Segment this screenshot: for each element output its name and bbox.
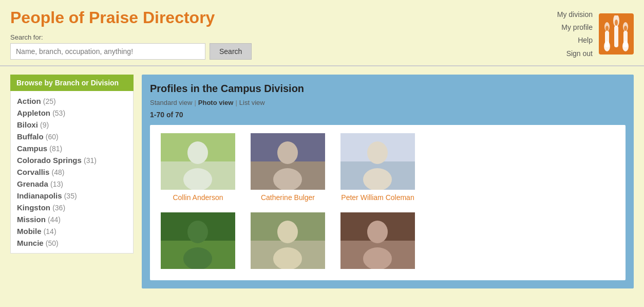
branch-count: (81) (49, 145, 62, 153)
nav-links: My division My profile Help Sign out (557, 8, 593, 60)
branch-name: Action (17, 97, 41, 105)
profile-name: Peter William Coleman (341, 193, 414, 202)
svg-point-26 (183, 247, 212, 269)
profile-photo (340, 133, 415, 190)
separator-2: | (235, 99, 237, 106)
branch-name: Appleton (17, 109, 50, 117)
profile-card[interactable]: Collin Anderson (158, 133, 238, 202)
svg-point-21 (367, 141, 388, 164)
svg-point-22 (363, 168, 392, 190)
view-options: Standard view | Photo view | List view (150, 99, 626, 106)
sidebar-item[interactable]: Biloxi (9) (17, 119, 127, 131)
sidebar-item[interactable]: Campus (81) (17, 142, 127, 154)
sidebar-item[interactable]: Muncie (50) (17, 237, 127, 249)
profile-photo (340, 212, 415, 269)
profile-photo (161, 133, 235, 190)
separator-1: | (194, 99, 196, 106)
branch-name: Indianapolis (17, 191, 62, 200)
standard-view-link[interactable]: Standard view (150, 99, 192, 106)
profile-card[interactable]: Peter William Coleman (338, 133, 418, 202)
branch-name: Campus (17, 144, 47, 153)
list-view-link[interactable]: List view (239, 99, 265, 106)
svg-point-25 (187, 221, 208, 243)
svg-rect-3 (623, 31, 628, 47)
svg-point-10 (615, 20, 618, 26)
site-title: People of Praise Directory (10, 8, 252, 27)
svg-rect-1 (605, 31, 609, 47)
profile-card[interactable] (338, 212, 418, 272)
sidebar-item[interactable]: Corvallis (48) (17, 166, 127, 178)
profile-card[interactable] (158, 212, 238, 272)
logo-icon (599, 13, 634, 55)
branch-count: (31) (84, 156, 97, 165)
branch-count: (44) (48, 215, 61, 224)
search-row: Search (10, 43, 252, 60)
branch-name: Buffalo (17, 132, 44, 141)
sidebar-item[interactable]: Colorado Springs (31) (17, 154, 127, 166)
sidebar-item[interactable]: Grenada (13) (17, 178, 127, 190)
profiles-grid: Collin AndersonCatherine BulgerPeter Wil… (150, 125, 626, 280)
svg-point-6 (605, 26, 609, 31)
branch-count: (48) (52, 168, 65, 176)
main-content: Browse by Branch or Division Action (25)… (0, 66, 644, 297)
branch-name: Colorado Springs (17, 156, 82, 165)
sidebar-item[interactable]: Indianapolis (35) (17, 190, 127, 202)
sidebar-list: Action (25)Appleton (53)Biloxi (9)Buffal… (10, 91, 134, 254)
sidebar-item[interactable]: Mission (44) (17, 213, 127, 225)
header-left: People of Praise Directory Search for: S… (10, 8, 252, 60)
svg-point-14 (183, 168, 212, 190)
profile-card[interactable] (248, 212, 328, 272)
sidebar-item[interactable]: Buffalo (60) (17, 131, 127, 142)
svg-point-29 (277, 221, 298, 243)
branch-count: (13) (50, 180, 63, 188)
profile-name: Collin Anderson (173, 193, 223, 202)
branch-name: Mission (17, 215, 46, 224)
search-button[interactable]: Search (210, 43, 252, 60)
branch-name: Biloxi (17, 120, 38, 129)
branch-name: Kingston (17, 203, 50, 212)
svg-rect-4 (614, 26, 618, 47)
my-profile-link[interactable]: My profile (557, 21, 593, 34)
branch-count: (60) (46, 133, 59, 141)
svg-point-18 (273, 168, 302, 190)
profile-photo (161, 212, 235, 269)
branch-name: Mobile (17, 227, 42, 236)
sign-out-link[interactable]: Sign out (557, 47, 593, 60)
branch-count: (53) (52, 109, 65, 117)
svg-point-30 (273, 247, 302, 269)
svg-point-13 (187, 141, 208, 164)
branch-count: (36) (52, 204, 65, 212)
sidebar-header: Browse by Branch or Division (10, 75, 134, 91)
results-count: 1-70 of 70 (150, 111, 626, 119)
sidebar: Browse by Branch or Division Action (25)… (10, 75, 134, 288)
branch-name: Corvallis (17, 168, 49, 176)
content-area: Profiles in the Campus Division Standard… (142, 75, 634, 288)
sidebar-item[interactable]: Mobile (14) (17, 225, 127, 237)
svg-point-8 (624, 26, 627, 31)
sidebar-item[interactable]: Appleton (53) (17, 107, 127, 119)
header-right: My division My profile Help Sign out (557, 8, 634, 60)
profile-photo (251, 212, 325, 269)
help-link[interactable]: Help (557, 34, 593, 47)
my-division-link[interactable]: My division (557, 8, 593, 21)
profile-card[interactable]: Catherine Bulger (248, 133, 328, 202)
svg-point-34 (363, 247, 392, 269)
content-title: Profiles in the Campus Division (150, 83, 626, 95)
search-input[interactable] (10, 43, 205, 60)
branch-count: (50) (46, 239, 59, 247)
branch-count: (35) (64, 192, 77, 200)
profile-name: Catherine Bulger (261, 193, 315, 202)
branch-count: (9) (40, 121, 49, 129)
profile-photo (251, 133, 325, 190)
search-label: Search for: (10, 33, 252, 41)
branch-name: Muncie (17, 239, 44, 247)
svg-point-33 (367, 221, 388, 243)
svg-point-17 (277, 141, 298, 164)
branch-name: Grenada (17, 179, 48, 188)
header: People of Praise Directory Search for: S… (0, 0, 644, 65)
branch-count: (14) (44, 227, 56, 236)
sidebar-item[interactable]: Kingston (36) (17, 202, 127, 213)
photo-view-link[interactable]: Photo view (198, 99, 234, 106)
branch-count: (25) (43, 97, 56, 105)
sidebar-item[interactable]: Action (25) (17, 95, 127, 107)
